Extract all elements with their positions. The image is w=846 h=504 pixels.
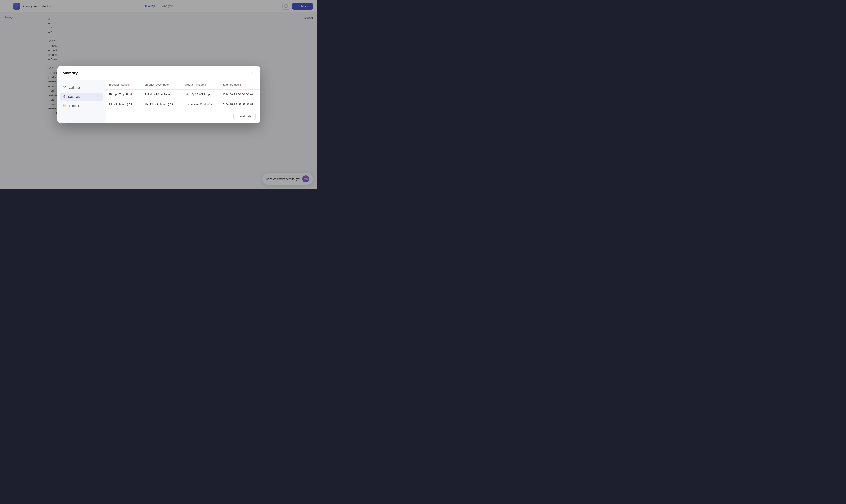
- sidebar-item-label: Variables: [69, 86, 81, 89]
- col-label: date_created: [222, 83, 239, 86]
- modal-sidebar: (x) Variables 🗄 Database 📁 Filebox: [57, 80, 106, 123]
- col-label: product_image: [185, 83, 204, 86]
- sidebar-item-filebox[interactable]: 📁 Filebox: [60, 102, 103, 110]
- table-row[interactable]: PlayStation 5 (PS5) The PlayStation 5 (P…: [106, 100, 260, 109]
- variables-icon: (x): [62, 86, 67, 89]
- data-table: product_name product_description product…: [106, 80, 260, 109]
- memory-modal: Memory × (x) Variables 🗄 Database 📁 File…: [57, 66, 260, 123]
- sidebar-item-database[interactable]: 🗄 Database: [60, 92, 103, 101]
- col-label: product_description: [145, 83, 169, 86]
- col-product-image: product_image: [181, 80, 219, 90]
- cell-product-name: Etoupe Togo Birkin ...: [106, 90, 141, 100]
- cell-date-created: 2024-09-18 00:00:00 +0...: [219, 90, 260, 100]
- sidebar-item-variables[interactable]: (x) Variables: [60, 84, 103, 92]
- cell-product-description: El Birkin 30 de Togo e...: [141, 90, 181, 100]
- modal-footer: Reset data: [106, 109, 260, 123]
- filebox-icon: 📁: [62, 104, 67, 108]
- required-indicator: [240, 84, 241, 86]
- cell-product-name: PlayStation 5 (PS5): [106, 100, 141, 109]
- table-header-row: product_name product_description product…: [106, 80, 260, 90]
- cell-product-image: https://p16-official-pl...: [181, 90, 219, 100]
- modal-close-button[interactable]: ×: [249, 70, 255, 76]
- sidebar-item-label: Database: [68, 95, 81, 98]
- cell-date-created: 2024-10-10 00:00:00 +0...: [219, 100, 260, 109]
- modal-body: (x) Variables 🗄 Database 📁 Filebox p: [57, 80, 260, 123]
- col-product-description: product_description: [141, 80, 181, 90]
- table-row[interactable]: Etoupe Togo Birkin ... El Birkin 30 de T…: [106, 90, 260, 100]
- sidebar-item-label: Filebox: [69, 104, 79, 108]
- reset-data-button[interactable]: Reset data: [233, 112, 255, 120]
- col-label: product_name: [109, 83, 128, 86]
- modal-main: product_name product_description product…: [106, 80, 260, 123]
- modal-title: Memory: [62, 71, 78, 75]
- col-product-name: product_name: [106, 80, 141, 90]
- modal-header: Memory ×: [57, 66, 260, 80]
- database-table: product_name product_description product…: [106, 80, 260, 109]
- cell-product-image: tos-maliva-i-3sotts7ts...: [181, 100, 219, 109]
- required-indicator: [204, 84, 206, 86]
- col-date-created: date_created: [219, 80, 260, 90]
- database-icon: 🗄: [62, 95, 66, 98]
- cell-product-description: The PlayStation 5 (PS5...: [141, 100, 181, 109]
- required-indicator: [128, 84, 129, 86]
